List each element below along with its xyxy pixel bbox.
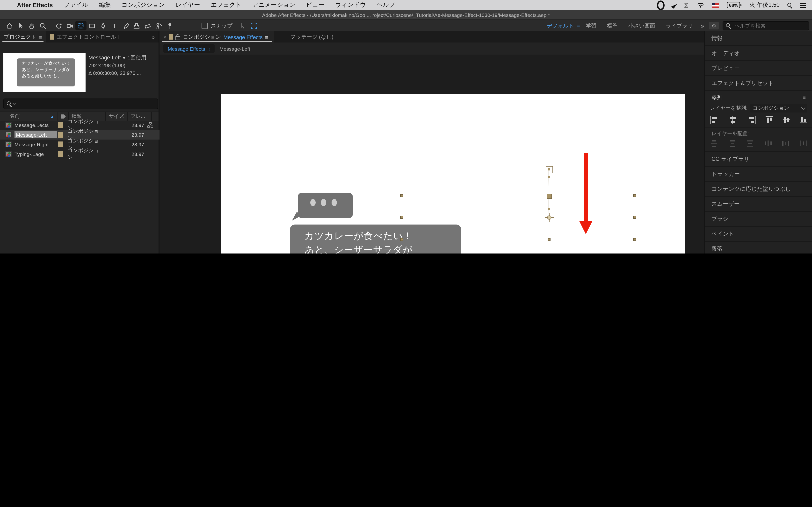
wifi-icon[interactable]: [697, 2, 704, 8]
menu-file[interactable]: ファイル: [58, 0, 94, 10]
project-search-input[interactable]: [15, 100, 155, 108]
breadcrumb-current[interactable]: Message Effects‹: [163, 44, 215, 53]
snap-checkbox[interactable]: [202, 22, 208, 29]
menu-layer[interactable]: レイヤー: [170, 0, 205, 10]
clone-stamp-tool-icon[interactable]: [131, 21, 142, 31]
tab-project[interactable]: プロジェクト≡: [0, 32, 46, 43]
panel-tab-cc-libraries[interactable]: CC ライブラリ: [705, 152, 812, 167]
label-swatch[interactable]: [58, 132, 63, 137]
distribute-top-icon[interactable]: [710, 140, 718, 147]
battery-indicator[interactable]: 68%: [727, 2, 742, 8]
align-bottom-icon[interactable]: [800, 116, 807, 124]
eraser-tool-icon[interactable]: [142, 21, 153, 31]
label-swatch[interactable]: [58, 151, 63, 157]
align-target-dropdown[interactable]: コンポジション: [750, 104, 807, 113]
align-top-icon[interactable]: [766, 116, 773, 124]
layer-handle[interactable]: [633, 194, 636, 197]
workspace-tab-standard[interactable]: 標準: [605, 22, 620, 29]
type-tool-icon[interactable]: T: [109, 21, 120, 31]
help-search-box[interactable]: [723, 21, 809, 30]
layer-handle[interactable]: [400, 194, 403, 197]
workspace-settings-icon[interactable]: ⚙: [709, 22, 719, 30]
align-panel-title[interactable]: 整列: [711, 94, 723, 101]
comp-viewport[interactable]: カツカレーが食べたい！あと、シーザーサラダがあると嬉しいかも。: [159, 55, 704, 253]
menu-effect[interactable]: エフェクト: [205, 0, 247, 10]
distribute-left-icon[interactable]: [765, 139, 772, 147]
workspace-menu-icon[interactable]: ≡: [577, 23, 580, 29]
col-size[interactable]: サイズ: [109, 113, 124, 120]
col-name[interactable]: 名前: [10, 113, 20, 120]
menu-view[interactable]: ビュー: [301, 0, 329, 10]
sort-ascending-icon[interactable]: ▲: [50, 114, 54, 119]
layer-handle[interactable]: [400, 238, 403, 241]
tab-footage[interactable]: フッテージ (なし): [287, 32, 337, 43]
motion-path-start-keyframe[interactable]: [546, 166, 553, 173]
camera-tool-icon[interactable]: [64, 21, 75, 31]
help-search-input[interactable]: [734, 22, 799, 29]
panel-tab-brushes[interactable]: ブラシ: [705, 212, 812, 227]
project-search-box[interactable]: [3, 99, 158, 109]
project-row[interactable]: Typing-...age コンポジション 23.97: [0, 149, 159, 159]
label-swatch[interactable]: [58, 142, 63, 147]
window-title-bar[interactable]: Adobe After Effects - /Users/mikiomakino…: [0, 10, 812, 20]
panel-tab-info[interactable]: 情報: [705, 32, 812, 46]
align-v-center-icon[interactable]: [783, 116, 790, 124]
align-right-icon[interactable]: [747, 116, 756, 123]
typing-bubble-shape[interactable]: [298, 193, 353, 218]
spotlight-search-icon[interactable]: [788, 3, 792, 7]
workspace-tab-default[interactable]: デフォルト: [545, 22, 576, 29]
puppet-pin-tool-icon[interactable]: [164, 21, 175, 31]
distribute-right-icon[interactable]: [800, 139, 807, 147]
layer-handle[interactable]: [633, 238, 636, 241]
panel-menu-icon[interactable]: ≡: [265, 34, 268, 40]
comp-canvas[interactable]: カツカレーが食べたい！あと、シーザーサラダがあると嬉しいかも。: [221, 94, 685, 253]
menu-bar-clock[interactable]: 火 午後1:50: [749, 1, 779, 9]
project-preview-thumbnail[interactable]: カツカレーが食べたい！あと、シーザーサラダがあると嬉しいかも。: [3, 53, 86, 92]
menu-edit[interactable]: 編集: [94, 0, 116, 10]
label-swatch[interactable]: [58, 122, 63, 128]
shape-tool-icon[interactable]: [87, 21, 98, 31]
workspace-tab-small-screen[interactable]: 小さい画面: [626, 22, 657, 29]
menu-app[interactable]: After Effects: [12, 0, 58, 10]
control-center-icon[interactable]: [800, 3, 806, 7]
menu-composition[interactable]: コンポジション: [116, 0, 170, 10]
zoom-tool-icon[interactable]: [37, 21, 48, 31]
align-h-center-icon[interactable]: [729, 116, 737, 123]
panel-tab-smoother[interactable]: スムーザー: [705, 197, 812, 212]
onedrive-status-icon[interactable]: [657, 0, 665, 10]
anchor-crosshair[interactable]: [545, 213, 554, 222]
brush-tool-icon[interactable]: [120, 21, 131, 31]
workspace-tab-learn[interactable]: 学習: [584, 22, 598, 29]
bluetooth-icon[interactable]: ⋈: [684, 2, 690, 8]
menu-window[interactable]: ウィンドウ: [330, 0, 371, 10]
snap-bounds-icon[interactable]: [248, 21, 260, 31]
project-tabs-overflow[interactable]: »: [148, 32, 158, 43]
message-bubble-shape[interactable]: カツカレーが食べたい！あと、シーザーサラダがあると嬉しいかも。: [290, 225, 461, 253]
home-tool-icon[interactable]: [4, 21, 15, 31]
panel-menu-icon[interactable]: ≡: [39, 34, 42, 40]
panel-tab-content-aware-fill[interactable]: コンテンツに応じた塗りつぶし: [705, 182, 812, 197]
layer-handle[interactable]: [400, 216, 403, 219]
panel-tab-effects-presets[interactable]: エフェクト＆プリセット: [705, 76, 812, 91]
workspace-tab-libraries[interactable]: ライブラリ: [664, 22, 695, 29]
menu-animation[interactable]: アニメーション: [247, 0, 301, 10]
distribute-h-center-icon[interactable]: [782, 139, 790, 147]
lock-icon[interactable]: [176, 36, 181, 40]
pan-behind-anchor-tool-icon[interactable]: [75, 21, 87, 31]
align-left-icon[interactable]: [710, 116, 719, 123]
pointer-utility-icon[interactable]: [672, 2, 676, 8]
panel-tab-preview[interactable]: プレビュー: [705, 61, 812, 76]
col-frames[interactable]: フレ...: [131, 113, 145, 120]
hand-tool-icon[interactable]: [26, 21, 37, 31]
panel-tab-paragraph[interactable]: 段落: [705, 242, 812, 253]
input-language-flag-icon[interactable]: [712, 3, 719, 7]
label-color-column-icon[interactable]: [61, 114, 66, 119]
rotate-tool-icon[interactable]: [53, 21, 64, 31]
close-icon[interactable]: ×: [163, 34, 166, 40]
pen-tool-icon[interactable]: [98, 21, 109, 31]
distribute-v-center-icon[interactable]: [728, 140, 736, 147]
menu-help[interactable]: ヘルプ: [371, 0, 401, 10]
roto-brush-tool-icon[interactable]: [153, 21, 164, 31]
selection-tool-icon[interactable]: [15, 21, 26, 31]
layer-handle[interactable]: [633, 216, 636, 219]
